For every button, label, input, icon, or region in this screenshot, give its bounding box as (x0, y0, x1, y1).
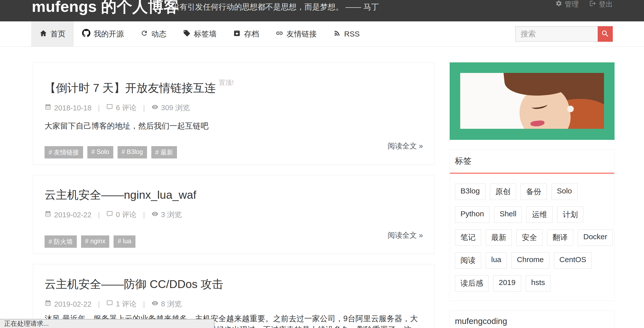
profile-widget: mufengcoding 90 文章 (450, 311, 615, 328)
admin-label: 管理 (565, 0, 579, 9)
post-card: 云主机安全——防御 CC/DDos 攻击 2019-02-22 | 1 评论 | (33, 264, 435, 328)
post-comments: 6 评论 (106, 103, 136, 113)
post-date: 2018-10-18 (45, 104, 91, 112)
calendar-icon (45, 211, 51, 219)
sidebar-tag[interactable]: Shell (494, 207, 522, 223)
blog-page: mufengs 的个人博客 没有引发任何行动的思想都不是思想，而是梦想。 —— … (0, 0, 644, 328)
post-tag-chip[interactable]: # 防火墙 (45, 235, 77, 248)
sidebar-tag[interactable]: 翻译 (547, 229, 573, 246)
sidebar-tag[interactable]: 安全 (516, 229, 543, 246)
sign-out-icon (589, 0, 596, 9)
logout-label: 登出 (599, 0, 613, 9)
post-tag-chip[interactable]: # nginx (81, 235, 110, 248)
post-excerpt: 大家留下自己博客的地址，然后我们一起互链吧 (45, 120, 423, 132)
sidebar-tag[interactable]: Chrome (511, 252, 549, 269)
comment-icon (106, 104, 113, 112)
comment-icon (106, 211, 113, 219)
tag-row: 阅读 lua Chrome CentOS (455, 252, 609, 269)
post-date: 2019-02-22 (45, 211, 91, 219)
sidebar-tag[interactable]: 原创 (490, 184, 516, 200)
tag-icon (183, 29, 191, 39)
post-title-text: 云主机安全——nginx_lua_waf (45, 188, 196, 201)
github-icon (82, 29, 90, 39)
sidebar-tag[interactable]: lua (486, 252, 507, 269)
post-meta: 2019-02-22 | 1 评论 | 8 浏览 (45, 299, 423, 309)
banner-photo (460, 73, 604, 129)
post-comments-text: 1 评论 (116, 299, 136, 309)
meta-separator: | (98, 300, 100, 308)
site-header: mufengs 的个人博客 没有引发任何行动的思想都不是思想，而是梦想。 —— … (0, 0, 644, 21)
post-views-text: 3 浏览 (161, 210, 182, 220)
pinned-badge: 置顶! (219, 79, 234, 86)
nav-item-label: RSS (344, 30, 360, 38)
nav-item-label: 首页 (50, 29, 65, 39)
post-title-text: 【倒计时 7 天】开放友情链接互连 (45, 81, 216, 94)
post-card: 【倒计时 7 天】开放友情链接互连置顶! 2018-10-18 | 6 评论 | (33, 62, 435, 165)
read-more-link[interactable]: 阅读全文 » (388, 141, 423, 151)
post-views-text: 8 浏览 (161, 299, 182, 309)
post-views: 3 浏览 (152, 210, 182, 220)
post-comments: 0 评论 (106, 210, 136, 220)
meta-separator: | (98, 104, 100, 112)
nav-item-links[interactable]: 友情链接 (267, 21, 325, 47)
post-title[interactable]: 云主机安全——防御 CC/DDos 攻击 (45, 277, 423, 292)
search-input[interactable] (515, 26, 598, 42)
nav-item-label: 标签墙 (194, 29, 217, 39)
browser-status-bar: 正在处理请求... (0, 319, 214, 328)
sidebar-tag[interactable]: 最新 (486, 229, 512, 246)
sync-icon (140, 29, 148, 39)
sidebar-tag[interactable]: 2019 (493, 275, 521, 292)
profile-widget-title: mufengcoding (450, 311, 614, 328)
meta-separator: | (143, 211, 145, 219)
search-button[interactable] (598, 26, 613, 42)
post-tag-chip[interactable]: # 最新 (151, 146, 177, 158)
sidebar-tag[interactable]: 备份 (521, 184, 547, 200)
read-more-link[interactable]: 阅读全文 » (388, 230, 423, 240)
nav-bar: 首页 我的开源 动态 标签墙 存档 友情链接 (0, 21, 644, 47)
post-views: 8 浏览 (152, 299, 182, 309)
nav-item-opensource[interactable]: 我的开源 (74, 21, 132, 47)
post-tag-chip[interactable]: # lua (114, 235, 135, 248)
tag-row: B3log 原创 备份 Solo (455, 184, 609, 200)
post-card: 云主机安全——nginx_lua_waf 2019-02-22 | 0 评论 | (33, 175, 435, 254)
sidebar-tag[interactable]: 计划 (557, 207, 583, 223)
sidebar-tag[interactable]: Docker (578, 229, 613, 246)
sidebar-tag[interactable]: 阅读 (455, 252, 481, 269)
nav-item-label: 存档 (244, 29, 259, 39)
sidebar-tag[interactable]: 运维 (526, 207, 553, 223)
post-title[interactable]: 云主机安全——nginx_lua_waf (45, 188, 423, 202)
sidebar-tag[interactable]: CentOS (554, 252, 592, 269)
sidebar-tag[interactable]: Solo (551, 184, 578, 200)
photo-earring-shape (567, 106, 574, 112)
sidebar-tag[interactable]: hsts (526, 275, 551, 292)
nav-item-home[interactable]: 首页 (31, 21, 74, 47)
home-icon (40, 29, 47, 39)
post-tag-chip[interactable]: # 友情链接 (45, 146, 83, 158)
sidebar-banner[interactable] (450, 62, 615, 140)
nav-item-tag-wall[interactable]: 标签墙 (175, 21, 225, 47)
post-tag-chip[interactable]: # B3log (118, 146, 147, 158)
admin-link[interactable]: 管理 (555, 0, 579, 9)
post-tag-chip[interactable]: # Solo (87, 146, 113, 158)
post-tags: # 防火墙 # nginx # lua (45, 235, 135, 248)
nav-item-label: 动态 (151, 29, 166, 39)
post-comments-text: 0 评论 (116, 210, 136, 220)
tag-cloud: B3log 原创 备份 Solo Python Shell 运维 计划 笔记 最… (450, 174, 614, 301)
nav-item-rss[interactable]: RSS (325, 21, 368, 47)
sidebar-tag[interactable]: Python (455, 207, 489, 223)
sidebar-tag[interactable]: 读后感 (455, 275, 489, 292)
sidebar-tag[interactable]: 笔记 (455, 229, 481, 246)
post-title-text: 云主机安全——防御 CC/DDos 攻击 (45, 278, 223, 291)
meta-separator: | (143, 104, 145, 112)
nav-item-dynamics[interactable]: 动态 (132, 21, 175, 47)
site-title[interactable]: mufengs 的个人博客 (32, 0, 179, 17)
archive-icon (233, 29, 241, 39)
logout-link[interactable]: 登出 (589, 0, 613, 9)
tag-row: Python Shell 运维 计划 (455, 207, 609, 223)
post-footer: # 防火墙 # nginx # lua 阅读全文 » (45, 230, 423, 248)
search-box (515, 26, 613, 42)
post-title[interactable]: 【倒计时 7 天】开放友情链接互连置顶! (45, 75, 423, 95)
tags-widget-title: 标签 (450, 150, 614, 174)
sidebar-tag[interactable]: B3log (455, 184, 485, 200)
nav-item-archive[interactable]: 存档 (225, 21, 267, 47)
